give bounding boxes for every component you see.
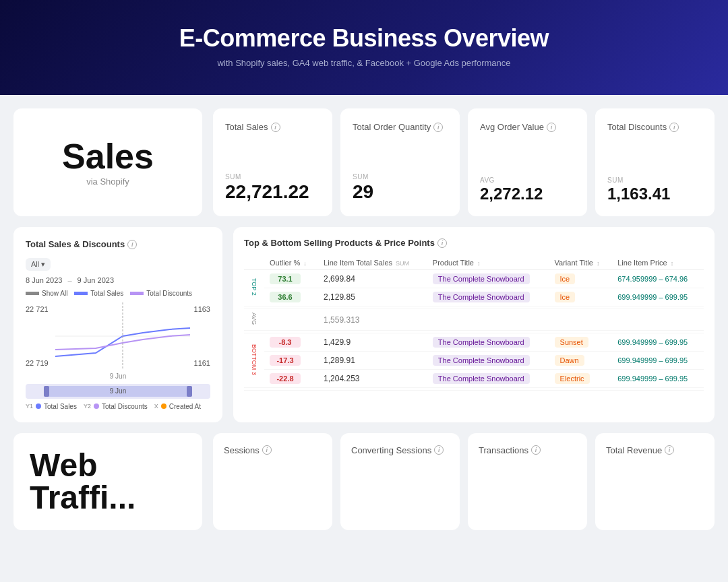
chart-footer-legend: Y1 Total Sales Y2 Total Discounts X Crea…	[26, 403, 210, 410]
avg-order-sum-label: AVG	[480, 176, 575, 184]
slider-handle-left[interactable]	[44, 386, 49, 397]
chart-info-icon[interactable]: i	[127, 240, 137, 249]
product-cell: The Complete Snowboard	[427, 333, 549, 352]
sales-section-label: Sales	[62, 139, 154, 174]
date-range: 8 Jun 2023 – 9 Jun 2023	[26, 276, 210, 284]
order-qty-info-icon[interactable]: i	[433, 123, 443, 132]
order-qty-title: Total Order Quantity i	[353, 122, 448, 132]
section-divider	[244, 388, 704, 391]
outlier-cell: 73.1	[264, 270, 318, 288]
product-cell: The Complete Snowboard	[427, 370, 549, 388]
page-subtitle: with Shopify sales, GA4 web traffic, & F…	[13, 58, 715, 68]
variant-cell	[549, 309, 613, 331]
sort-outlier-icon: ↓	[303, 260, 307, 267]
chart-area: 22 721 22 719 1163 1161	[26, 302, 210, 370]
table-row: -22.81,204.253The Complete SnowboardElec…	[244, 370, 704, 388]
outlier-cell: -17.3	[264, 352, 318, 370]
sales-cell: 1,429.9	[318, 333, 427, 352]
converting-sessions-title: Converting Sessions i	[351, 445, 449, 455]
product-cell: The Complete Snowboard	[427, 270, 549, 288]
date-from: 8 Jun 2023	[26, 276, 62, 284]
date-to: 9 Jun 2023	[78, 276, 114, 284]
outlier-cell: -22.8	[264, 370, 318, 388]
sales-cell: 1,289.91	[318, 352, 427, 370]
chart-card: Total Sales & Discounts i All ▾ 8 Jun 20…	[13, 227, 222, 422]
col-sales[interactable]: Line Item Total Sales SUM	[318, 256, 427, 270]
section-label: AVG	[244, 309, 264, 331]
web-traffic-card: Web Traffi...	[13, 433, 202, 530]
total-sales-value: 22,721.22	[225, 182, 320, 203]
total-discounts-title: Total Discounts i	[607, 122, 702, 132]
table-row: -17.31,289.91The Complete SnowboardDawn6…	[244, 352, 704, 370]
sessions-info-icon[interactable]: i	[262, 445, 272, 455]
sales-via-label: via Shopify	[86, 176, 129, 187]
legend-total-discounts: Total Discounts	[130, 290, 192, 297]
col-outlier[interactable]: Outlier % ↓	[264, 256, 318, 270]
total-sales-title: Total Sales i	[225, 122, 320, 132]
variant-cell: Sunset	[549, 333, 613, 352]
total-revenue-info-icon[interactable]: i	[665, 445, 674, 455]
col-price[interactable]: Line Item Price ↕	[612, 256, 704, 270]
avg-order-value: 2,272.12	[480, 185, 575, 203]
table-title: Top & Bottom Selling Products & Price Po…	[244, 238, 704, 248]
col-product[interactable]: Product Title ↕	[427, 256, 549, 270]
sales-cell: 2,129.85	[318, 288, 427, 306]
variant-cell: Dawn	[549, 352, 613, 370]
legend-show-all: Show All	[26, 290, 67, 297]
outlier-cell: 36.6	[264, 288, 318, 306]
chevron-down-icon: ▾	[41, 260, 45, 269]
sales-cell: 1,559.313	[318, 309, 427, 331]
metric-card-order-quantity: Total Order Quantity i SUM 29	[340, 108, 460, 216]
total-discounts-sum-label: SUM	[607, 176, 702, 184]
sort-price-icon: ↕	[671, 260, 674, 267]
filter-pill[interactable]: All ▾	[26, 258, 51, 271]
outlier-cell	[264, 309, 318, 331]
col-variant[interactable]: Variant Title ↕	[549, 256, 613, 270]
sort-product-icon: ↕	[477, 260, 481, 267]
chart-title: Total Sales & Discounts i	[26, 239, 210, 249]
converting-sessions-card: Converting Sessions i	[340, 433, 460, 530]
sessions-card: Sessions i	[213, 433, 332, 530]
sales-cell: 2,699.84	[318, 270, 427, 288]
bottom-metric-cards: Sessions i Converting Sessions i Transac…	[213, 433, 715, 530]
transactions-card: Transactions i	[468, 433, 587, 530]
sales-cell: 1,204.253	[318, 370, 427, 388]
price-cell: 699.949999 – 699.95	[612, 370, 704, 388]
table-info-icon[interactable]: i	[437, 238, 447, 248]
sessions-title: Sessions i	[224, 445, 322, 455]
transactions-info-icon[interactable]: i	[531, 445, 541, 455]
total-sales-sum-label: SUM	[225, 173, 320, 181]
page-title: E-Commerce Business Overview	[13, 24, 715, 53]
footer-legend-y2: Y2 Total Discounts	[84, 403, 148, 410]
converting-sessions-info-icon[interactable]: i	[434, 445, 444, 455]
table-row: 36.62,129.85The Complete SnowboardIce699…	[244, 288, 704, 306]
slider-handle-right[interactable]	[187, 386, 192, 397]
price-cell: 674.959999 – 674.96	[612, 270, 704, 288]
avg-order-info-icon[interactable]: i	[547, 123, 556, 132]
price-cell	[612, 309, 704, 331]
total-discounts-info-icon[interactable]: i	[669, 123, 679, 132]
slider-thumb[interactable]: 9 Jun	[44, 386, 191, 397]
sales-label-card: Sales via Shopify	[13, 108, 202, 216]
bottom-row: Web Traffi... Sessions i Converting Sess…	[13, 433, 715, 530]
page-header: E-Commerce Business Overview with Shopif…	[0, 0, 728, 95]
total-sales-info-icon[interactable]: i	[271, 123, 280, 132]
metric-cards-row: Total Sales i SUM 22,721.22 Total Order …	[213, 108, 715, 216]
sort-variant-icon: ↕	[597, 260, 600, 267]
variant-cell: Electric	[549, 370, 613, 388]
outlier-cell: -8.3	[264, 333, 318, 352]
main-content: Sales via Shopify Total Sales i SUM 22,7…	[0, 95, 728, 544]
x-axis-label: 9 Jun	[26, 373, 210, 380]
table-card: Top & Bottom Selling Products & Price Po…	[233, 227, 715, 422]
top-row: Sales via Shopify Total Sales i SUM 22,7…	[13, 108, 715, 216]
y-right-bottom: 1161	[194, 359, 210, 367]
legend-total-sales: Total Sales	[74, 290, 123, 297]
range-slider[interactable]: 9 Jun	[26, 384, 210, 399]
price-cell: 699.949999 – 699.95	[612, 352, 704, 370]
metric-card-total-discounts: Total Discounts i SUM 1,163.41	[595, 108, 715, 216]
footer-legend-y1: Y1 Total Sales	[26, 403, 77, 410]
section-label: TOP 2	[244, 270, 264, 306]
table-row: TOP 273.12,699.84The Complete SnowboardI…	[244, 270, 704, 288]
product-cell: The Complete Snowboard	[427, 352, 549, 370]
y-left-top: 22 721	[26, 305, 49, 313]
